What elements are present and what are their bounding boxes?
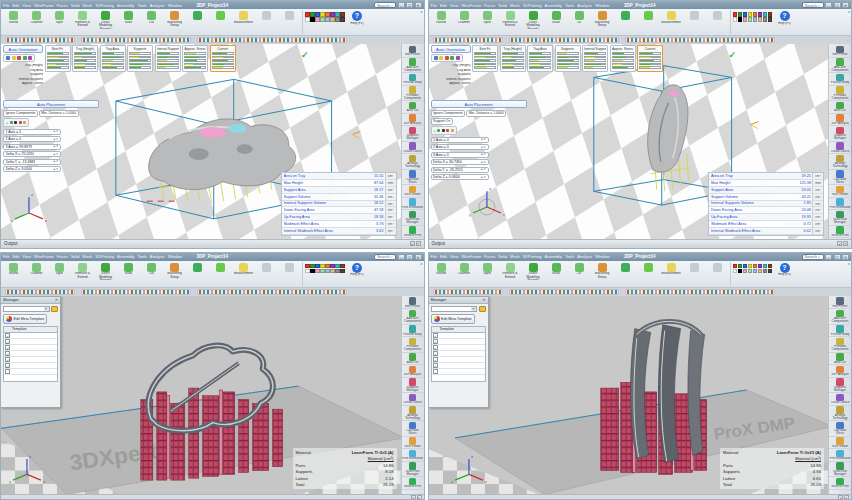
color-swatch[interactable] — [310, 12, 315, 17]
checkbox[interactable] — [5, 369, 10, 374]
process-tool-button[interactable]: Calculate Slices — [402, 170, 424, 186]
color-swatch[interactable] — [738, 12, 743, 17]
ribbon-tool-button[interactable]: Direct Modeling Rounds — [95, 262, 116, 281]
menu-item[interactable]: Solid — [498, 3, 507, 8]
process-tool-button[interactable]: 3DP Analysis — [829, 114, 851, 127]
menu-item[interactable]: Tools — [137, 254, 146, 259]
quick-toolbar[interactable] — [81, 289, 191, 295]
process-tool-button[interactable]: Send to Print — [402, 477, 424, 490]
checkbox[interactable]: ✓ — [5, 333, 10, 338]
menu-item[interactable]: View — [450, 3, 459, 8]
approve-check-icon[interactable]: ✓ — [729, 50, 737, 60]
ribbon-tool-button[interactable]: Machining Setup — [592, 262, 613, 281]
color-swatch[interactable] — [738, 269, 743, 274]
placement-option-chip[interactable]: Ignore Components — [3, 110, 38, 117]
horizontal-scrollbar[interactable]: ◂ ▸ — [429, 494, 852, 499]
spinner-icon[interactable]: ▲▼ — [53, 130, 59, 133]
ribbon-tool-button[interactable]: Chamfer — [454, 10, 475, 29]
orientation-option[interactable]: Current — [637, 45, 663, 72]
color-swatch[interactable] — [743, 12, 748, 17]
process-tool-button[interactable]: Edit Printer — [829, 297, 851, 310]
ribbon-tool-button[interactable] — [615, 262, 636, 281]
process-tool-button[interactable]: Slice Viewer — [402, 437, 424, 450]
checkbox[interactable]: ✓ — [5, 345, 10, 350]
panel-up-icon[interactable]: ▴ — [837, 241, 842, 246]
color-swatch[interactable] — [335, 264, 340, 269]
ribbon-collapse-icon[interactable]: ^ — [420, 10, 422, 16]
process-tool-button[interactable]: Calculate Slices — [829, 170, 851, 186]
orientation-option[interactable]: Supports — [555, 45, 581, 72]
color-swatch[interactable] — [733, 269, 738, 274]
menu-item[interactable]: View — [450, 254, 459, 259]
color-swatch[interactable] — [310, 269, 315, 274]
color-swatch[interactable] — [335, 17, 340, 22]
ribbon-tool-button[interactable] — [638, 262, 659, 281]
menu-item[interactable]: Analysis — [150, 254, 165, 259]
delta-translation-field[interactable]: Delta Z = 0.0600▲▼ — [431, 174, 489, 180]
menu-item[interactable]: Mesh — [83, 254, 93, 259]
color-swatch[interactable] — [315, 17, 320, 22]
color-swatch[interactable] — [315, 12, 320, 17]
transform-mini-toolbar[interactable]: + — [3, 118, 29, 127]
auto-orientation-button[interactable]: Auto Orientation — [431, 45, 471, 53]
ribbon-tool-button[interactable] — [210, 10, 231, 29]
quick-toolbar[interactable] — [5, 289, 75, 295]
maximize-button[interactable]: □ — [834, 254, 841, 260]
color-swatch[interactable] — [335, 12, 340, 17]
orientation-option[interactable]: Tray Area — [100, 45, 126, 72]
process-tool-button[interactable]: Printable Components — [829, 337, 851, 353]
menu-item[interactable]: 3DPrinting — [95, 3, 114, 8]
process-tool-button[interactable]: Position Body — [402, 325, 424, 338]
ribbon-collapse-icon[interactable]: ^ — [420, 262, 422, 268]
process-tool-button[interactable]: Add 3DP Components — [402, 58, 424, 74]
menu-item[interactable]: Tools — [137, 3, 146, 8]
color-swatch[interactable] — [310, 17, 315, 22]
color-swatch[interactable] — [743, 17, 748, 22]
process-tool-button[interactable]: Slice Viewer — [829, 437, 851, 450]
ribbon-tool-button[interactable]: Scale — [118, 262, 139, 281]
spinner-icon[interactable]: ▲▼ — [480, 153, 486, 156]
color-swatch[interactable] — [320, 17, 325, 22]
minimize-button[interactable]: – — [398, 2, 405, 8]
ribbon-tool-button[interactable]: Chamfer — [26, 10, 47, 29]
auto-orientation-button[interactable]: Auto Orientation — [3, 45, 43, 53]
process-tool-button[interactable]: Add 3DP Components — [402, 309, 424, 325]
minimize-button[interactable]: – — [825, 2, 832, 8]
process-tool-button[interactable]: Print Estimation — [829, 449, 851, 462]
axis-rotation-field[interactable]: 1 Axis = 0▲▼ — [3, 129, 61, 135]
process-tool-button[interactable]: Supports Manager — [829, 126, 851, 142]
process-tool-button[interactable]: 3DP Analysis — [402, 365, 424, 378]
color-swatch[interactable] — [305, 17, 310, 22]
delta-translation-field[interactable]: Delta Z = 3.0500▲▼ — [3, 166, 61, 172]
output-bar[interactable]: Output ▴✕ — [429, 239, 852, 248]
color-swatch[interactable] — [340, 269, 345, 274]
process-tool-button[interactable]: Calculate Slices — [829, 421, 851, 437]
menu-item[interactable]: Mesh — [83, 3, 93, 8]
ribbon-collapse-icon[interactable]: ^ — [848, 262, 850, 268]
menu-item[interactable]: File — [3, 3, 9, 8]
spinner-icon[interactable]: ▲▼ — [53, 145, 59, 148]
color-swatch[interactable] — [325, 269, 330, 274]
ribbon-tool-button[interactable]: Scale — [546, 10, 567, 29]
placement-option-chip[interactable]: Support On — [431, 118, 453, 125]
color-swatch[interactable] — [340, 17, 345, 22]
quick-toolbar[interactable] — [81, 37, 191, 43]
orientation-option[interactable]: Internal Supports — [155, 45, 181, 72]
process-tool-button[interactable]: Supports Manager — [829, 378, 851, 394]
menu-item[interactable]: Edit — [12, 254, 19, 259]
panel-title-bar[interactable]: Manager✕ — [1, 297, 60, 304]
color-swatch[interactable] — [738, 17, 743, 22]
color-swatch[interactable] — [753, 269, 758, 274]
process-tool-button[interactable]: 3DP Analysis — [829, 365, 851, 378]
color-swatch[interactable] — [305, 264, 310, 269]
spinner-icon[interactable]: ▲▼ — [53, 138, 59, 141]
color-swatch[interactable] — [743, 264, 748, 269]
spinner-icon[interactable]: ▲▼ — [53, 153, 59, 156]
process-tool-button[interactable]: Edit Printer — [402, 45, 424, 58]
ribbon-tool-button[interactable]: Measurement — [661, 262, 682, 281]
ribbon-tool-button[interactable] — [187, 262, 208, 281]
color-swatch[interactable] — [768, 12, 773, 17]
viewport-3d[interactable]: zxy Auto Orientation Tray (Height)Tray A… — [1, 44, 401, 239]
color-swatch[interactable] — [763, 12, 768, 17]
quick-toolbar[interactable] — [509, 289, 619, 295]
